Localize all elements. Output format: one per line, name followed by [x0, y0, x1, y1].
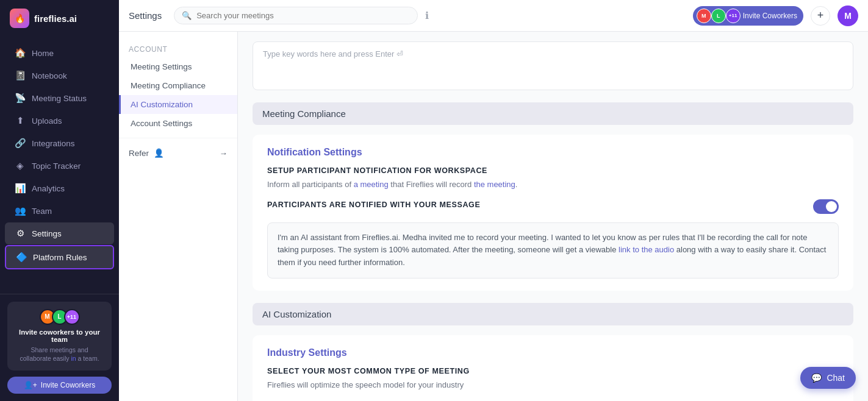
sidebar-item-label: Analytics [32, 184, 65, 193]
keyword-box[interactable]: Type key words here and press Enter ⏎ [253, 41, 853, 90]
sub-nav-refer[interactable]: Refer 👤 → [119, 143, 237, 163]
industry-desc: Fireflies will optimize the speech model… [267, 379, 839, 391]
content-layout: Account Meeting Settings Meeting Complia… [119, 32, 868, 401]
sub-nav-account-settings[interactable]: Account Settings [119, 114, 237, 133]
setup-desc-plain: Inform all participants of [267, 180, 354, 189]
sidebar-item-uploads[interactable]: ⬆ Uploads [5, 110, 114, 132]
home-icon: 🏠 [15, 48, 26, 59]
sidebar-item-integrations[interactable]: 🔗 Integrations [5, 132, 114, 154]
meeting-status-icon: 📡 [15, 93, 26, 104]
setup-desc-end: . [515, 180, 518, 189]
sidebar-item-label: Uploads [32, 116, 62, 126]
sidebar-item-label: Notebook [32, 71, 67, 80]
sidebar-item-notebook[interactable]: 📓 Notebook [5, 65, 114, 87]
invite-coworkers-label: Invite Coworkers [743, 12, 797, 20]
header-avatar-1: M [697, 9, 711, 23]
integrations-icon: 🔗 [15, 138, 26, 149]
notification-settings-card: Notification Settings SETUP PARTICIPANT … [253, 135, 853, 291]
sidebar-item-label: Team [32, 207, 52, 216]
sidebar-item-analytics[interactable]: 📊 Analytics [5, 177, 114, 199]
sidebar-item-home[interactable]: 🏠 Home [5, 42, 114, 64]
sidebar-item-label: Settings [32, 229, 62, 238]
sidebar-item-platform-rules[interactable]: 🔷 Platform Rules [5, 245, 114, 269]
sub-nav-meeting-settings[interactable]: Meeting Settings [119, 57, 237, 76]
user-initial: M [844, 11, 852, 21]
participants-notified-row: PARTICIPANTS ARE NOTIFIED WITH YOUR MESS… [267, 199, 839, 214]
settings-icon: ⚙ [15, 228, 26, 239]
sidebar-item-label: Topic Tracker [32, 161, 81, 171]
avatar-count: +11 [64, 309, 80, 325]
industry-label: SELECT YOUR MOST COMMON TYPE OF MEETING [267, 367, 839, 375]
industry-settings-card: Industry Settings SELECT YOUR MOST COMMO… [253, 335, 853, 401]
logo[interactable]: 🔥 fireflies.ai [0, 0, 119, 37]
ai-customization-header: AI Customization [253, 303, 853, 325]
sidebar-item-settings[interactable]: ⚙ Settings [5, 222, 114, 244]
sidebar-bottom: M L +11 Invite coworkers to your team Sh… [0, 294, 119, 401]
user-avatar[interactable]: M [838, 5, 858, 26]
setup-link-2[interactable]: the meeting [474, 180, 515, 189]
invite-team-banner: M L +11 Invite coworkers to your team Sh… [7, 302, 112, 371]
page-title: Settings [129, 10, 162, 21]
sidebar-item-label: Meeting Status [32, 94, 87, 103]
meeting-compliance-header: Meeting Compliance [253, 102, 853, 125]
notification-settings-title: Notification Settings [267, 147, 839, 158]
sidebar-item-label: Platform Rules [33, 253, 87, 262]
keyword-placeholder: Type key words here and press Enter ⏎ [263, 49, 403, 59]
topic-tracker-icon: ◈ [15, 160, 26, 171]
notification-toggle[interactable] [813, 199, 839, 214]
industry-settings-title: Industry Settings [267, 347, 839, 358]
refer-icon: 👤 [154, 148, 164, 158]
header-avatar-2: L [711, 9, 726, 23]
sub-section-label: Account [119, 41, 237, 57]
sub-nav-divider [119, 138, 237, 138]
info-icon[interactable]: ℹ [425, 10, 429, 21]
uploads-icon: ⬆ [15, 115, 26, 126]
refer-label: Refer [129, 149, 149, 158]
search-input[interactable] [196, 11, 410, 20]
invite-title: Invite coworkers to your team [15, 328, 104, 343]
main-content: Type key words here and press Enter ⏎ Me… [238, 32, 868, 401]
header-avatar-count: +11 [726, 9, 741, 23]
header: Settings 🔍 ℹ M L +11 Invite Coworkers + … [119, 0, 868, 32]
sub-nav-ai-customization[interactable]: AI Customization [119, 95, 237, 114]
toggle-label: PARTICIPANTS ARE NOTIFIED WITH YOUR MESS… [267, 200, 480, 209]
logo-text: fireflies.ai [34, 13, 77, 24]
sidebar-nav: 🏠 Home 📓 Notebook 📡 Meeting Status ⬆ Upl… [0, 37, 119, 294]
platform-rules-icon: 🔷 [16, 252, 27, 263]
sidebar-item-meeting-status[interactable]: 📡 Meeting Status [5, 87, 114, 109]
sidebar-item-team[interactable]: 👥 Team [5, 200, 114, 222]
chat-label: Chat [827, 373, 845, 383]
sidebar: 🔥 fireflies.ai 🏠 Home 📓 Notebook 📡 Meeti… [0, 0, 119, 401]
setup-label: SETUP PARTICIPANT NOTIFICATION FOR WORKS… [267, 166, 839, 175]
chat-button[interactable]: 💬 Chat [800, 367, 856, 389]
refer-arrow-icon: → [220, 149, 228, 158]
logo-icon: 🔥 [10, 9, 29, 28]
analytics-icon: 📊 [15, 183, 26, 194]
invite-coworkers-header[interactable]: M L +11 Invite Coworkers [693, 6, 803, 26]
invite-desc: Share meetings and collaborate easily in… [15, 346, 104, 363]
sidebar-item-topic-tracker[interactable]: ◈ Topic Tracker [5, 155, 114, 177]
search-box[interactable]: 🔍 [174, 7, 418, 24]
invite-coworkers-button[interactable]: 👤+ Invite Coworkers [7, 377, 112, 394]
notification-message-box: I'm an AI assistant from Fireflies.ai. M… [267, 222, 839, 279]
invite-btn-label: Invite Coworkers [41, 381, 95, 389]
sidebar-item-label: Home [32, 49, 54, 58]
invite-avatars: M L +11 [15, 309, 104, 325]
refer-left: Refer 👤 [129, 148, 164, 158]
search-icon: 🔍 [182, 11, 192, 20]
setup-desc-mid: that Fireflies will record [389, 180, 474, 189]
main: Settings 🔍 ℹ M L +11 Invite Coworkers + … [119, 0, 868, 401]
invite-icon: 👤+ [24, 381, 37, 389]
setup-desc: Inform all participants of a meeting tha… [267, 179, 839, 191]
invite-desc-highlight: in [71, 355, 76, 362]
team-icon: 👥 [15, 205, 26, 216]
sub-nav-meeting-compliance[interactable]: Meeting Compliance [119, 76, 237, 95]
setup-link-1[interactable]: a meeting [354, 180, 389, 189]
chat-icon: 💬 [811, 373, 822, 383]
add-button[interactable]: + [811, 6, 830, 26]
sub-sidebar: Account Meeting Settings Meeting Complia… [119, 32, 238, 401]
sidebar-item-label: Integrations [32, 139, 75, 148]
message-link[interactable]: link to the audio [619, 245, 674, 254]
notebook-icon: 📓 [15, 70, 26, 81]
